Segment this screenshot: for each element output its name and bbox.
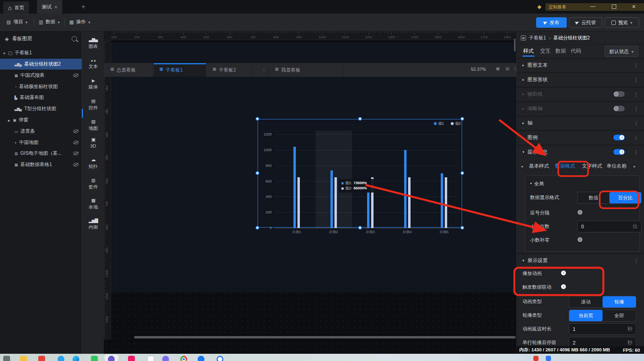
taskbar-app-icon[interactable] (198, 356, 204, 361)
toolbar-item-kit[interactable]: 套件 (82, 178, 104, 190)
toolbar-item-chart[interactable]: 图表 (82, 37, 104, 49)
format-tabs-prev-icon[interactable]: ◂ (521, 164, 523, 168)
menu-project[interactable]: ▤ 项目 (6, 18, 27, 25)
layer-item-expandable[interactable]: 弹窗 (0, 115, 82, 125)
layer-item[interactable]: 中国式报表 (0, 70, 82, 81)
page-tab[interactable]: ▦ 子看板2 (207, 63, 252, 77)
section-display-settings[interactable]: ▾展示设置 (517, 253, 644, 267)
eye-hidden-icon[interactable] (73, 163, 78, 166)
layer-item[interactable]: 基础数据表格1 (0, 159, 82, 170)
section-guide-line[interactable]: ▸辅助线 (517, 87, 644, 101)
horizontal-scrollbar[interactable] (134, 336, 516, 338)
toolbar-item-topology[interactable]: 拓扑 (82, 157, 104, 170)
new-tab-button[interactable] (80, 3, 87, 10)
menu-data[interactable]: ▥ 数据 (39, 18, 60, 25)
page-tab-divider-icon[interactable]: ↓ (263, 66, 265, 71)
option-scroll[interactable]: 滚动 (569, 296, 603, 308)
format-tab-basic[interactable]: 基本样式 (529, 163, 549, 170)
section-axis[interactable]: ▸轴 (517, 116, 644, 129)
minimize-icon[interactable]: — (590, 3, 595, 9)
toolbar-item-beta[interactable]: 内测 (82, 218, 104, 230)
layer-item[interactable]: 进度条 (0, 126, 82, 137)
toggle-on[interactable] (613, 149, 625, 155)
layer-item-selected[interactable]: 基础分组柱状图2 (0, 59, 82, 70)
resize-handle-n[interactable] (358, 117, 362, 121)
zoom-level[interactable]: 52.37% (471, 67, 486, 72)
tray-icon[interactable] (533, 356, 539, 361)
decimal-input[interactable]: 0 位 (577, 221, 642, 232)
resize-handle-se[interactable] (460, 226, 464, 230)
eye-hidden-icon[interactable] (73, 141, 78, 144)
taskbar-app-icon[interactable] (162, 356, 169, 361)
toggle-off[interactable] (613, 91, 625, 97)
chrome-icon[interactable] (180, 356, 187, 361)
page-tab[interactable]: ▦ 总是看板 (105, 63, 153, 77)
format-tab-unit-name[interactable]: 单位名称 (607, 163, 627, 170)
eye-hidden-icon[interactable] (73, 74, 78, 77)
taskbar-app-icon[interactable] (38, 356, 45, 361)
section-tooltip[interactable]: ▾提示信息 (517, 145, 644, 158)
option-percent[interactable]: 百分比 (609, 192, 641, 203)
taskbar-app-icon[interactable] (147, 356, 154, 361)
breadcrumb-parent[interactable]: 子看板1 (529, 35, 546, 41)
option-carousel[interactable]: 轮播 (603, 296, 636, 308)
preview-button[interactable]: 预览 (605, 17, 639, 28)
layer-item[interactable]: 基础极坐标柱状图 (0, 81, 82, 92)
taskbar-app-icon[interactable] (217, 356, 223, 361)
taskbar-app-icon[interactable] (128, 356, 135, 361)
resize-handle-sw[interactable] (256, 226, 259, 230)
toolbar-item-local[interactable]: 本地 (82, 198, 104, 210)
section-legend[interactable]: ▸图例 (517, 130, 644, 144)
section-graph-shape[interactable]: ▸图形形状 (517, 72, 644, 86)
option-all[interactable]: 全部 (603, 310, 636, 321)
kebab-menu-icon[interactable] (634, 106, 639, 112)
toolbar-item-text[interactable]: 文本 (82, 57, 104, 70)
folder-icon[interactable] (20, 356, 27, 361)
resize-handle-nw[interactable] (256, 117, 259, 121)
toolbar-item-media[interactable]: 媒体 (82, 78, 104, 90)
delay-input[interactable]: 1 秒 (569, 323, 636, 335)
kebab-menu-icon[interactable] (634, 77, 639, 83)
tab-code[interactable]: 代码 (571, 47, 581, 55)
tab-home[interactable]: 首页 (3, 2, 29, 14)
layer-item[interactable]: T型分组柱状图 (0, 103, 82, 114)
resize-handle-s[interactable] (358, 226, 362, 230)
cloud-host-button[interactable]: 云托管 (569, 17, 602, 28)
import-icon[interactable]: ▣ (496, 66, 500, 71)
section-thumb-axis[interactable]: ▸缩略轴 (517, 101, 644, 115)
taskbar-app-icon[interactable] (58, 356, 64, 361)
resize-handle-ne[interactable] (460, 117, 464, 121)
kebab-menu-icon[interactable] (634, 120, 639, 126)
layer-item[interactable]: 中国地图 (0, 137, 82, 148)
vertical-scrollbar[interactable] (514, 39, 516, 51)
format-tab-text-style[interactable]: 文字样式 (582, 163, 602, 170)
tab-data[interactable]: 数据 (555, 47, 566, 55)
close-tab-icon[interactable] (54, 4, 58, 10)
layer-group-row[interactable]: 子看板1 (0, 47, 82, 58)
tab-document[interactable]: 测试 (37, 0, 62, 14)
keyboard-icon[interactable]: ▤ (506, 66, 509, 71)
edge-browser-icon[interactable] (72, 356, 79, 361)
taskbar-app-icon[interactable] (108, 356, 115, 361)
page-tab-active[interactable]: ▦ 子看板1 (154, 63, 206, 77)
menu-operate[interactable]: ▦ 操作 (69, 18, 90, 25)
kebab-menu-icon[interactable] (634, 258, 639, 264)
toggle-on[interactable] (613, 135, 625, 140)
canvas[interactable]: 1002003004005006007008009001000110012001… (104, 31, 516, 354)
taskbar-app-icon[interactable] (3, 356, 10, 361)
section-graph-text[interactable]: ▸图形文本 (517, 58, 644, 72)
publish-button[interactable]: 发布 (536, 17, 567, 28)
kebab-menu-icon[interactable] (634, 149, 639, 155)
search-icon[interactable] (72, 36, 77, 41)
layer-item[interactable]: GIS电子地图（基... (0, 148, 82, 159)
chart-widget[interactable]: 020040060080010001200示例1示例2示例3示例4示例5 值1值… (258, 119, 462, 228)
kebab-menu-icon[interactable] (634, 91, 639, 97)
resize-handle-w[interactable] (256, 171, 259, 175)
page-tab[interactable]: ▦ 我是看板 (269, 63, 343, 77)
layer-item[interactable]: 基础瀑布图 (0, 92, 82, 103)
format-tab-data-format[interactable]: 数据格式 (555, 163, 575, 170)
tab-style[interactable]: 样式 (523, 47, 534, 55)
option-current-page[interactable]: 当前页 (569, 310, 603, 321)
maximize-icon[interactable] (612, 4, 616, 9)
close-icon[interactable]: × (632, 3, 636, 10)
